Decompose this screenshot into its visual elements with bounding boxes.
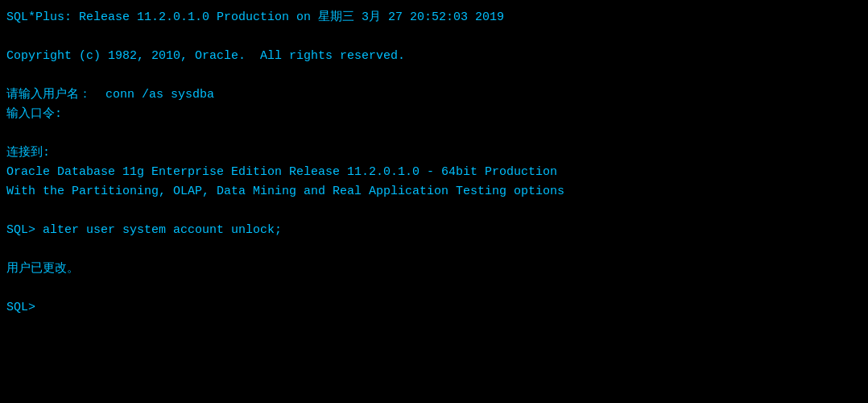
terminal-empty-line-1 xyxy=(6,27,862,47)
terminal-window[interactable]: SQL*Plus: Release 11.2.0.1.0 Production … xyxy=(6,8,862,395)
terminal-empty-line-6 xyxy=(6,279,862,298)
terminal-line-1: SQL*Plus: Release 11.2.0.1.0 Production … xyxy=(6,8,862,27)
terminal-line-9: 用户已更改。 xyxy=(6,260,862,279)
terminal-line-6: Oracle Database 11g Enterprise Edition R… xyxy=(6,163,862,182)
terminal-line-2: Copyright (c) 1982, 2010, Oracle. All ri… xyxy=(6,47,862,66)
terminal-line-4: 输入口令: xyxy=(6,105,862,124)
terminal-line-3: 请输入用户名： conn /as sysdba xyxy=(6,85,862,105)
terminal-empty-line-5 xyxy=(6,240,862,260)
terminal-line-5: 连接到: xyxy=(6,143,862,163)
terminal-line-8: SQL> alter user system account unlock; xyxy=(6,221,862,240)
terminal-line-10: SQL> xyxy=(6,298,862,318)
terminal-empty-line-2 xyxy=(6,66,862,85)
terminal-line-7: With the Partitioning, OLAP, Data Mining… xyxy=(6,182,862,202)
terminal-empty-line-3 xyxy=(6,124,862,143)
terminal-empty-line-4 xyxy=(6,202,862,221)
